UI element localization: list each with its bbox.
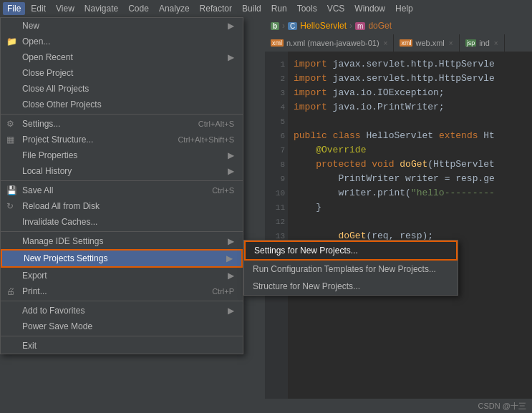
file-props-arrow: ▶ [228, 150, 234, 160]
tab-webxml-icon: xml [400, 39, 412, 47]
sep1 [1, 114, 243, 115]
menu-item-new[interactable]: New ▶ [1, 18, 243, 34]
menu-window[interactable]: Window [350, 2, 390, 15]
menu-item-reload[interactable]: ↻ Reload All from Disk [1, 198, 243, 214]
menu-vcs[interactable]: VCS [323, 2, 349, 15]
tab-xml-maven[interactable]: xml n.xml (maven-javaweb-01) × [265, 34, 394, 52]
menu-item-close-project[interactable]: Close Project [1, 65, 243, 81]
submenu-item-run-config[interactable]: Run Configuration Templates for New Proj… [244, 261, 458, 278]
menu-file[interactable]: File [3, 2, 25, 15]
code-gutter: 1 2 3 4 5 6 7 8 9 10 11 12 13 14 [265, 52, 288, 413]
menu-tools[interactable]: Tools [293, 2, 321, 15]
save-all-shortcut: Ctrl+S [212, 186, 234, 195]
menu-view[interactable]: View [52, 2, 79, 15]
menu-item-power-save-label: Power Save Mode [22, 321, 92, 331]
menu-item-settings[interactable]: ⚙ Settings... Ctrl+Alt+S [1, 116, 243, 132]
menu-refactor[interactable]: Refactor [195, 2, 236, 15]
breadcrumb-sep2: › [349, 21, 352, 31]
menu-item-local-history[interactable]: Local History ▶ [1, 163, 243, 179]
code-line-9: PrintWriter writer = resp.ge [294, 172, 526, 186]
menu-item-manage-ide[interactable]: Manage IDE Settings ▶ [1, 233, 243, 249]
export-arrow: ▶ [228, 271, 234, 281]
project-structure-shortcut: Ctrl+Alt+Shift+S [178, 135, 234, 144]
code-line-12 [294, 215, 526, 229]
sep2 [1, 180, 243, 181]
menu-run[interactable]: Run [267, 2, 291, 15]
menu-help[interactable]: Help [391, 2, 417, 15]
menu-item-manage-ide-label: Manage IDE Settings [22, 236, 103, 246]
tab-ind[interactable]: jsp ind × [460, 34, 505, 52]
menu-navigate[interactable]: Navigate [80, 2, 122, 15]
menu-item-close-all[interactable]: Close All Projects [1, 81, 243, 97]
menu-item-open-label: Open... [22, 37, 50, 47]
menu-item-close-other[interactable]: Close Other Projects [1, 97, 243, 112]
file-menu: New ▶ 📁 Open... Open Recent ▶ Close Proj… [0, 17, 243, 354]
menu-code[interactable]: Code [124, 2, 153, 15]
menu-item-power-save[interactable]: Power Save Mode [1, 319, 243, 334]
tab-xml-maven-close[interactable]: × [384, 39, 388, 47]
menu-item-new-projects-settings[interactable]: New Projects Settings ▶ [1, 249, 243, 268]
tab-web-xml-label: web.xml [415, 39, 444, 47]
menu-item-save-all[interactable]: 💾 Save All Ctrl+S [1, 183, 243, 198]
breadcrumb-method-name[interactable]: doGet [368, 21, 392, 31]
submenu-new-projects: Settings for New Projects... Run Configu… [243, 240, 458, 296]
print-shortcut: Ctrl+P [212, 287, 234, 296]
submenu-structure-label: Structure for New Projects... [253, 281, 360, 291]
tab-jsp-icon: jsp [465, 39, 477, 47]
menu-item-invalidate[interactable]: Invalidate Caches... [1, 214, 243, 230]
menu-item-export[interactable]: Export ▶ [1, 268, 243, 283]
local-history-arrow: ▶ [228, 166, 234, 176]
code-line-11: } [294, 200, 526, 215]
save-icon: 💾 [6, 185, 17, 195]
menu-item-print-label: Print... [22, 286, 47, 296]
tab-ind-close[interactable]: × [494, 39, 498, 47]
new-projects-arrow: ▶ [226, 253, 233, 263]
submenu-item-settings-for-new[interactable]: Settings for New Projects... [244, 240, 458, 261]
tab-web-xml[interactable]: xml web.xml × [394, 34, 459, 52]
menu-item-exit[interactable]: Exit [1, 338, 243, 354]
menu-item-file-properties[interactable]: File Properties ▶ [1, 147, 243, 163]
code-line-6: public class HelloServlet extends Ht [294, 129, 526, 143]
open-recent-arrow: ▶ [228, 52, 234, 62]
submenu-item-structure[interactable]: Structure for New Projects... [244, 278, 458, 295]
tab-web-xml-close[interactable]: × [449, 39, 453, 47]
breadcrumb: b › C HelloServlet › m doGet [265, 17, 532, 34]
manage-ide-arrow: ▶ [228, 236, 234, 246]
reload-icon: ↻ [6, 201, 14, 211]
menu-item-project-structure-label: Project Structure... [22, 135, 93, 145]
menu-item-close-all-label: Close All Projects [22, 84, 89, 94]
menu-item-invalidate-label: Invalidate Caches... [22, 217, 97, 227]
menu-item-open[interactable]: 📁 Open... [1, 34, 243, 49]
menu-item-new-arrow: ▶ [228, 21, 234, 31]
menu-item-open-recent-label: Open Recent [22, 52, 73, 62]
menu-item-project-structure[interactable]: ▦ Project Structure... Ctrl+Alt+Shift+S [1, 132, 243, 147]
breadcrumb-c-icon: C [288, 22, 297, 30]
menu-bar: File Edit View Navigate Code Analyze Ref… [0, 0, 532, 17]
code-editor[interactable]: import javax.servlet.http.HttpServle imp… [265, 52, 532, 413]
menu-item-open-recent[interactable]: Open Recent ▶ [1, 49, 243, 65]
tab-xml-maven-label: n.xml (maven-javaweb-01) [286, 39, 379, 47]
menu-item-add-favorites[interactable]: Add to Favorites ▶ [1, 303, 243, 319]
status-bar: CSDN @十三 [265, 399, 532, 413]
folder-icon: 📁 [6, 37, 17, 47]
sep4 [1, 301, 243, 301]
menu-edit[interactable]: Edit [26, 2, 50, 15]
menu-item-local-history-label: Local History [22, 166, 72, 176]
sep3 [1, 231, 243, 232]
menu-item-print[interactable]: 🖨 Print... Ctrl+P [1, 283, 243, 299]
submenu-settings-for-new-label: Settings for New Projects... [254, 246, 358, 256]
code-line-1: import javax.servlet.http.HttpServle [294, 57, 526, 72]
menu-item-new-projects-label: New Projects Settings [24, 253, 107, 263]
menu-item-add-favorites-label: Add to Favorites [22, 306, 84, 316]
menu-build[interactable]: Build [238, 2, 266, 15]
menu-item-close-project-label: Close Project [22, 68, 73, 78]
structure-icon: ▦ [6, 135, 14, 145]
settings-shortcut: Ctrl+Alt+S [198, 120, 234, 128]
menu-analyze[interactable]: Analyze [155, 2, 194, 15]
menu-item-exit-label: Exit [22, 341, 37, 351]
submenu-run-config-label: Run Configuration Templates for New Proj… [253, 264, 436, 274]
breadcrumb-class-name[interactable]: HelloServlet [300, 21, 347, 31]
status-text: CSDN @十三 [478, 401, 526, 412]
code-line-5 [294, 115, 526, 129]
tab-bar: xml n.xml (maven-javaweb-01) × xml web.x… [265, 34, 532, 52]
